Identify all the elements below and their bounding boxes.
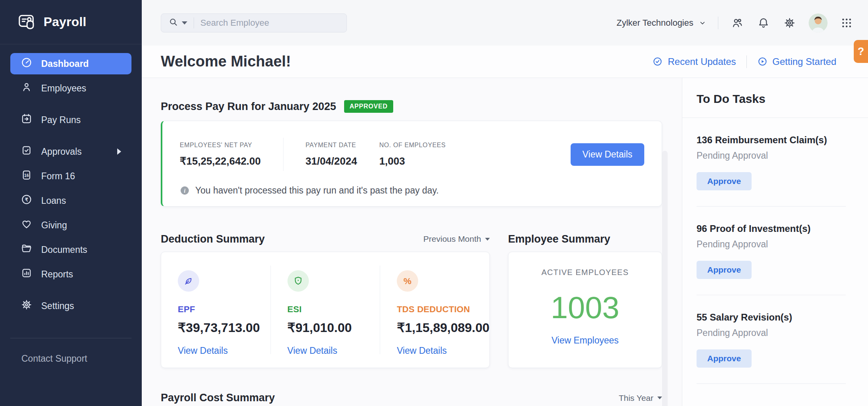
welcome-header: Welcome Michael! Recent Updates Getting … bbox=[142, 46, 868, 78]
payroll-cost-title: Payroll Cost Summary bbox=[161, 392, 275, 404]
todo-task-reimbursement: 136 Reimbursement Claim(s) Pending Appro… bbox=[697, 118, 846, 190]
stat-employee-count: NO. OF EMPLOYEES 1,003 bbox=[379, 142, 468, 167]
search-scope-caret-icon[interactable] bbox=[182, 21, 187, 25]
employee-heading-row: Employee Summary bbox=[508, 231, 662, 247]
sidebar-item-form-16[interactable]: 16 Form 16 bbox=[10, 165, 131, 187]
deduction-summary-section: Deduction Summary Previous Month bbox=[161, 231, 490, 368]
dashboard-content: Process Pay Run for January 2025 APPROVE… bbox=[142, 78, 682, 406]
period-dropdown-previous-month[interactable]: Previous Month bbox=[423, 234, 490, 244]
todo-title: To Do Tasks bbox=[697, 92, 868, 106]
active-employees-count: 1003 bbox=[508, 290, 662, 326]
sidebar-item-documents[interactable]: Documents bbox=[10, 239, 131, 260]
pay-run-card: EMPLOYEES' NET PAY ₹15,25,22,642.00 PAYM… bbox=[161, 121, 662, 207]
chevron-down-icon bbox=[485, 238, 490, 241]
search-input[interactable] bbox=[200, 18, 319, 28]
header-links: Recent Updates Getting Started bbox=[652, 55, 868, 68]
dashboard-icon bbox=[21, 57, 32, 71]
deduction-summary-title: Deduction Summary bbox=[161, 233, 265, 245]
sidebar-item-loans[interactable]: ₹ Loans bbox=[10, 190, 131, 211]
sidebar-item-giving[interactable]: Giving bbox=[10, 214, 131, 236]
company-selector[interactable]: Zylker Technologies bbox=[617, 18, 706, 28]
employee-icon bbox=[21, 81, 32, 95]
notifications-bell-button[interactable] bbox=[756, 16, 771, 30]
pay-run-title: Process Pay Run for January 2025 bbox=[161, 101, 336, 113]
payroll-cost-heading-row: Payroll Cost Summary This Year bbox=[161, 392, 662, 404]
divider bbox=[194, 17, 194, 28]
svg-text:%: % bbox=[404, 276, 411, 286]
status-badge: APPROVED bbox=[344, 100, 393, 113]
deduction-heading-row: Deduction Summary Previous Month bbox=[161, 231, 490, 247]
esi-shield-icon bbox=[287, 270, 309, 292]
recent-updates-icon bbox=[652, 56, 663, 67]
epf-view-details-link[interactable]: View Details bbox=[178, 345, 228, 356]
content-wrap: Process Pay Run for January 2025 APPROVE… bbox=[142, 78, 868, 406]
period-dropdown-this-year[interactable]: This Year bbox=[619, 393, 662, 403]
sidebar-item-dashboard[interactable]: Dashboard bbox=[10, 53, 131, 74]
page-title: Welcome Michael! bbox=[161, 53, 291, 70]
submenu-chevron-icon bbox=[117, 148, 121, 155]
app-title: Payroll bbox=[44, 15, 86, 29]
app-grid-button[interactable] bbox=[839, 16, 854, 30]
getting-started-link[interactable]: Getting Started bbox=[757, 56, 836, 67]
approve-button[interactable]: Approve bbox=[697, 261, 752, 279]
pay-runs-icon bbox=[21, 113, 32, 127]
view-employees-link[interactable]: View Employees bbox=[552, 335, 619, 346]
epf-leaf-icon bbox=[178, 270, 199, 292]
main-area: Zylker Technologies bbox=[142, 0, 868, 406]
sidebar-item-pay-runs[interactable]: Pay Runs bbox=[10, 109, 131, 131]
pay-run-note: i You haven't processed this pay run and… bbox=[180, 185, 644, 196]
tds-view-details-link[interactable]: View Details bbox=[397, 345, 447, 356]
stat-payment-date: PAYMENT DATE 31/04/2024 bbox=[306, 142, 379, 167]
documents-folder-icon bbox=[21, 243, 32, 257]
sidebar-spacer bbox=[0, 320, 142, 338]
app-window: Payroll Dashboard Employees bbox=[0, 0, 868, 406]
search-icon bbox=[168, 17, 179, 29]
sidebar-item-employees[interactable]: Employees bbox=[10, 78, 131, 99]
tds-percent-icon: % bbox=[397, 270, 418, 292]
play-circle-icon bbox=[757, 56, 768, 67]
topbar: Zylker Technologies bbox=[142, 0, 868, 46]
divider bbox=[746, 55, 747, 68]
deduction-item-tds: % TDS DEDUCTION ₹1,15,89,089.00 View Det… bbox=[380, 252, 489, 368]
approve-button[interactable]: Approve bbox=[697, 349, 752, 368]
active-employees-label: ACTIVE EMPLOYEES bbox=[508, 268, 662, 277]
sidebar-nav: Dashboard Employees Pay Runs bbox=[0, 44, 142, 320]
stat-net-pay: EMPLOYEES' NET PAY ₹15,25,22,642.00 bbox=[180, 142, 283, 167]
user-avatar[interactable] bbox=[809, 13, 828, 32]
info-icon: i bbox=[180, 186, 190, 195]
deduction-summary-card: EPF ₹39,73,713.00 View Details bbox=[161, 252, 490, 368]
users-button[interactable] bbox=[730, 16, 744, 30]
app-logo: Payroll bbox=[0, 0, 142, 44]
employee-summary-title: Employee Summary bbox=[508, 233, 610, 245]
approvals-icon bbox=[21, 144, 32, 159]
vertical-scrollbar[interactable] bbox=[662, 151, 668, 406]
giving-heart-icon bbox=[21, 218, 32, 232]
reports-chart-icon bbox=[21, 267, 32, 281]
employee-summary-card: ACTIVE EMPLOYEES 1003 View Employees bbox=[508, 252, 662, 368]
svg-text:i: i bbox=[184, 188, 186, 194]
search-box[interactable] bbox=[161, 13, 347, 32]
divider bbox=[718, 17, 718, 29]
todo-task-salary-revision: 55 Salary Revision(s) Pending Approval A… bbox=[697, 295, 846, 368]
svg-text:16: 16 bbox=[24, 173, 29, 178]
view-details-button[interactable]: View Details bbox=[571, 143, 644, 166]
sidebar-item-reports[interactable]: Reports bbox=[10, 264, 131, 285]
todo-task-proof-of-investment: 96 Proof of Investment(s) Pending Approv… bbox=[697, 207, 846, 279]
deduction-item-esi: ESI ₹91,010.00 View Details bbox=[271, 252, 380, 368]
esi-view-details-link[interactable]: View Details bbox=[287, 345, 337, 356]
help-button[interactable]: ? bbox=[854, 40, 868, 63]
contact-support-link[interactable]: Contact Support bbox=[0, 338, 142, 364]
approve-button[interactable]: Approve bbox=[697, 172, 752, 190]
chevron-down-icon bbox=[657, 397, 662, 399]
pay-run-heading-row: Process Pay Run for January 2025 APPROVE… bbox=[161, 100, 662, 113]
topbar-right: Zylker Technologies bbox=[617, 13, 854, 32]
settings-gear-icon bbox=[21, 299, 32, 313]
loans-icon: ₹ bbox=[21, 194, 32, 208]
recent-updates-link[interactable]: Recent Updates bbox=[652, 56, 736, 67]
settings-gear-button[interactable] bbox=[782, 16, 797, 30]
summaries-row: Deduction Summary Previous Month bbox=[161, 231, 662, 368]
sidebar-item-settings[interactable]: Settings bbox=[10, 295, 131, 317]
form-16-icon: 16 bbox=[21, 169, 32, 183]
deduction-item-epf: EPF ₹39,73,713.00 View Details bbox=[161, 252, 270, 368]
sidebar-item-approvals[interactable]: Approvals bbox=[10, 141, 131, 162]
